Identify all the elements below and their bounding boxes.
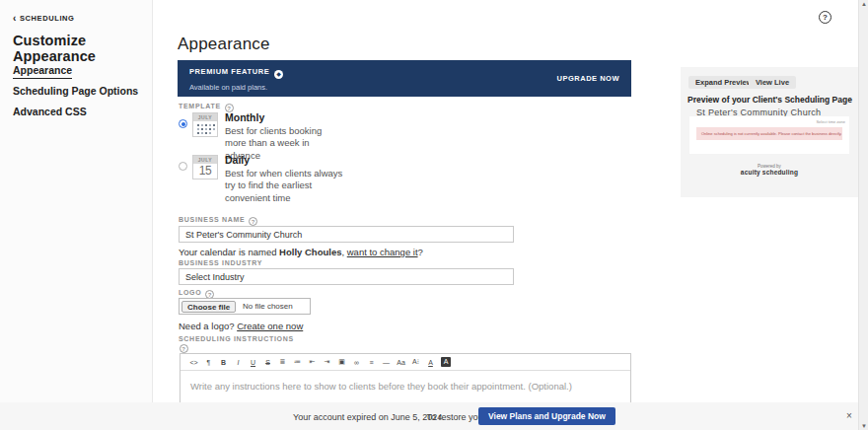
upgrade-now-link[interactable]: UPGRADE NOW	[557, 74, 619, 83]
bullet-list-icon[interactable]: ≣	[275, 358, 290, 366]
template-option-daily[interactable]: JULY 15 Daily Best for when clients alwa…	[178, 155, 473, 198]
scheduling-instructions-label: SCHEDULING INSTRUCTIONS	[179, 335, 294, 342]
business-industry-label: BUSINESS INDUSTRY	[179, 259, 262, 266]
account-expired-bar: Your account expired on June 5, 2024. To…	[0, 402, 858, 430]
code-view-icon[interactable]: <>	[186, 359, 201, 366]
view-live-button[interactable]: View Live	[749, 76, 796, 89]
vertical-scrollbar[interactable]: ▲ ▼	[858, 0, 868, 430]
daily-option-name: Daily	[225, 154, 343, 166]
daily-text: Daily Best for when clients always try t…	[225, 154, 343, 204]
font-size-icon[interactable]: Aa	[394, 359, 408, 366]
preview-title: Preview of your Client's Scheduling Page	[687, 95, 852, 105]
logo-helper: Need a logo? Create one now	[179, 321, 303, 331]
acuity-scheduling-logo: acuity scheduling	[681, 169, 858, 176]
preview-timezone-link: Select time zone	[816, 119, 845, 124]
template-option-monthly[interactable]: JULY Monthly Best for clients booking mo…	[178, 112, 473, 156]
strikethrough-icon[interactable]: S	[260, 359, 275, 366]
insert-image-icon[interactable]: ▣	[334, 358, 349, 366]
powered-by: Powered by acuity scheduling	[681, 164, 858, 176]
banner-title: PREMIUM FEATURE	[189, 67, 269, 76]
numbered-list-icon[interactable]: ≔	[290, 358, 305, 366]
preview-alert: Online scheduling is not currently avail…	[696, 127, 842, 140]
calendar-owner-name: Holly Choules	[279, 247, 341, 257]
banner-text: PREMIUM FEATURE◆ Available on paid plans…	[189, 67, 283, 92]
line-height-icon[interactable]: A⁝	[408, 358, 423, 366]
underline-icon[interactable]: U	[246, 359, 260, 366]
file-status-text: No file chosen	[243, 302, 293, 311]
bold-icon[interactable]: B	[216, 359, 231, 366]
close-icon[interactable]: ×	[846, 410, 852, 421]
indent-icon[interactable]: ⇥	[320, 358, 334, 366]
daily-option-desc: Best for when clients always try to find…	[225, 168, 343, 204]
chevron-left-icon: ‹	[13, 13, 17, 24]
customize-appearance-screen: ‹SCHEDULING Customize Appearance Appeara…	[0, 0, 868, 430]
premium-diamond-icon: ◆	[274, 70, 283, 79]
back-to-scheduling-link[interactable]: ‹SCHEDULING	[13, 13, 75, 24]
view-plans-upgrade-button[interactable]: View Plans and Upgrade Now	[478, 407, 615, 425]
page-title: Appearance	[178, 35, 270, 54]
editor-toolbar: <> ¶ B I U S ≣ ≔ ⇤ ⇥ ▣ ∞ ≡ — Aa A⁝ A A	[181, 354, 630, 371]
choose-file-button[interactable]: Choose file	[181, 301, 236, 313]
highlight-color-icon[interactable]: A	[441, 357, 451, 367]
help-icon[interactable]: ?	[819, 11, 832, 24]
monthly-option-name: Monthly	[225, 111, 343, 123]
sidebar-item-advanced-css[interactable]: Advanced CSS	[13, 106, 138, 117]
scroll-up-icon[interactable]: ▲	[859, 1, 868, 7]
sidebar-item-scheduling-page-options[interactable]: Scheduling Page Options	[13, 85, 138, 97]
monthly-radio[interactable]	[179, 119, 187, 128]
scheduling-instructions-help-icon[interactable]: ?	[180, 344, 188, 353]
horizontal-rule-icon[interactable]: —	[379, 359, 394, 366]
create-logo-link[interactable]: Create one now	[237, 321, 303, 331]
logo-file-input[interactable]: Choose file No file chosen	[179, 298, 311, 315]
italic-icon[interactable]: I	[231, 359, 246, 366]
outdent-icon[interactable]: ⇤	[305, 358, 320, 366]
expired-message: Your account expired on June 5, 2024.	[293, 412, 445, 422]
premium-feature-banner: PREMIUM FEATURE◆ Available on paid plans…	[178, 60, 631, 97]
business-name-label: BUSINESS NAME?	[179, 216, 257, 226]
business-industry-select[interactable]	[179, 268, 514, 285]
change-calendar-name-link[interactable]: want to change it	[347, 247, 418, 257]
business-name-help-icon[interactable]: ?	[249, 217, 257, 226]
sidebar-nav: Appearance Scheduling Page Options Advan…	[13, 64, 138, 126]
preview-panel: Expand Preview View Live Preview of your…	[681, 67, 858, 197]
scroll-down-icon[interactable]: ▼	[859, 423, 868, 429]
sidebar-title: Customize Appearance	[13, 33, 152, 64]
scheduling-instructions-help: ?	[180, 343, 188, 353]
monthly-calendar-icon: JULY	[192, 112, 218, 137]
settings-sidebar: ‹SCHEDULING Customize Appearance Appeara…	[0, 0, 153, 430]
business-name-input[interactable]	[179, 226, 514, 243]
align-icon[interactable]: ≡	[364, 359, 379, 366]
daily-radio[interactable]	[179, 162, 187, 171]
sidebar-item-appearance[interactable]: Appearance	[13, 64, 138, 76]
calendar-name-helper: Your calendar is named Holly Choules, wa…	[179, 247, 423, 257]
preview-card: Select time zone Online scheduling is no…	[689, 116, 849, 154]
banner-subtitle: Available on paid plans.	[189, 83, 283, 92]
daily-calendar-icon: JULY 15	[192, 155, 218, 179]
paragraph-icon[interactable]: ¶	[201, 359, 216, 366]
text-color-icon[interactable]: A	[423, 359, 438, 366]
insert-link-icon[interactable]: ∞	[349, 359, 364, 366]
